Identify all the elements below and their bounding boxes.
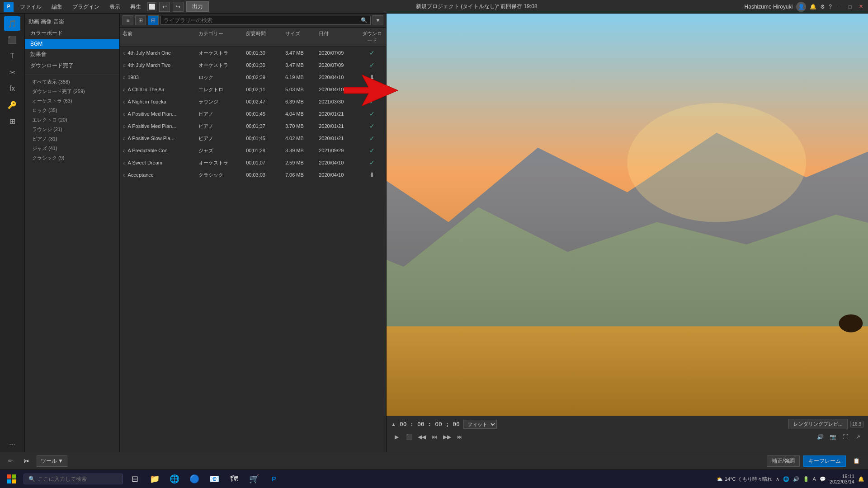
grid-view-btn[interactable]: ⊞: [135, 15, 146, 25]
search-input[interactable]: [164, 17, 361, 23]
sidebar-key-icon[interactable]: 🔑: [4, 98, 20, 112]
taskbar-powerdirector[interactable]: P: [266, 471, 282, 487]
file-download-status[interactable]: ⬇: [358, 170, 386, 179]
filter-downloaded[interactable]: ダウンロード完了 (259): [25, 87, 119, 96]
file-download-status[interactable]: ✓: [358, 61, 386, 70]
sidebar-grid-icon[interactable]: ⊞: [4, 114, 20, 128]
sidebar-text-icon[interactable]: T: [4, 49, 20, 63]
menu-play[interactable]: 再生: [127, 0, 145, 14]
screenshot-btn[interactable]: 📷: [827, 432, 838, 442]
taskbar-search-input[interactable]: [38, 476, 101, 482]
file-download-status[interactable]: ✓: [358, 122, 386, 131]
taskbar-file-explorer[interactable]: 📁: [146, 471, 163, 487]
table-row[interactable]: ♫ 4th July March Two オーケストラ 00;01;30 3.4…: [120, 59, 386, 71]
category-colorboard[interactable]: カラーボード: [25, 28, 119, 39]
output-button[interactable]: 出力: [186, 1, 209, 12]
notification-icon[interactable]: 🔔: [810, 4, 816, 10]
next-frame-btn[interactable]: ▶▶: [442, 432, 453, 442]
table-row[interactable]: ♫ 4th July March One オーケストラ 00;01;30 3.4…: [120, 47, 386, 59]
play-btn[interactable]: ▶: [391, 432, 402, 442]
file-download-status[interactable]: ✓: [358, 146, 386, 155]
stop-btn[interactable]: ⬛: [404, 432, 415, 442]
taskbar-store[interactable]: 🛒: [246, 471, 262, 487]
category-downloaded[interactable]: ダウンロード完了: [25, 60, 119, 71]
minimize-btn[interactable]: −: [835, 3, 843, 10]
filter-lounge[interactable]: ラウンジ (21): [25, 125, 119, 134]
settings-icon[interactable]: ⚙: [820, 4, 825, 10]
sidebar-room-icon[interactable]: ⬛: [4, 33, 20, 47]
capture-btn[interactable]: ⬜: [147, 2, 156, 11]
sidebar-fx-icon[interactable]: fx: [4, 81, 20, 96]
maximize-btn[interactable]: □: [846, 3, 854, 10]
start-button[interactable]: [4, 471, 20, 487]
account-icon[interactable]: 👤: [796, 2, 806, 12]
battery-icon[interactable]: 🔋: [803, 476, 809, 482]
next-key-btn[interactable]: ⏭: [454, 432, 465, 442]
export-btn[interactable]: ↗: [853, 432, 863, 442]
taskbar-task-view[interactable]: ⊟: [127, 471, 143, 487]
table-row[interactable]: ♫ A Positive Slow Pia... ピアノ 00;01;45 4.…: [120, 132, 386, 145]
notification-area-icon[interactable]: 💬: [820, 476, 826, 482]
file-download-status[interactable]: ✓: [358, 158, 386, 167]
filter-classic[interactable]: クラシック (9): [25, 153, 119, 163]
download-icon[interactable]: ⬇: [369, 171, 375, 178]
system-tray[interactable]: ∧: [776, 476, 779, 482]
scissors-tool-btn[interactable]: ✂: [20, 455, 33, 467]
prev-frame-btn[interactable]: ◀◀: [416, 432, 427, 442]
scroll-down-btn[interactable]: ▼: [373, 15, 383, 25]
filter-rock[interactable]: ロック (35): [25, 106, 119, 115]
file-download-status[interactable]: ✓: [358, 134, 386, 143]
download-icon[interactable]: ⬇: [369, 86, 375, 93]
category-bgm[interactable]: BGM: [25, 39, 119, 49]
prev-key-btn[interactable]: ⏮: [429, 432, 440, 442]
pen-tool-btn[interactable]: ✏: [5, 456, 16, 466]
network-icon[interactable]: 🌐: [783, 476, 789, 482]
fit-select[interactable]: フィット: [463, 420, 497, 429]
volume-btn[interactable]: 🔊: [815, 432, 826, 442]
menu-file[interactable]: ファイル: [16, 0, 45, 14]
render-preview-btn[interactable]: レンダリングプレビ...: [788, 419, 847, 429]
file-download-status[interactable]: ⬇: [358, 85, 386, 94]
file-download-status[interactable]: ✓: [358, 109, 386, 118]
category-sfx[interactable]: 効果音: [25, 49, 119, 60]
undo-btn[interactable]: ↩: [159, 2, 170, 12]
correct-btn[interactable]: 補正/強調: [767, 455, 800, 467]
download-icon[interactable]: ⬇: [369, 74, 375, 81]
table-row[interactable]: ♫ A Positive Med Pian... ピアノ 00;01;45 4.…: [120, 108, 386, 120]
filter-piano[interactable]: ピアノ (31): [25, 134, 119, 144]
table-row[interactable]: ♫ 1983 ロック 00;02;39 6.19 MB 2020/04/10 ⬇: [120, 71, 386, 84]
sidebar-media-icon[interactable]: 🎵: [4, 16, 20, 31]
detail-view-btn[interactable]: ⊟: [148, 15, 159, 25]
tool-dropdown[interactable]: ツール ▼: [37, 455, 67, 467]
table-row[interactable]: ♫ Acceptance クラシック 00;03;03 7.06 MB 2020…: [120, 169, 386, 181]
taskbar-maps[interactable]: 🗺: [226, 471, 242, 487]
table-row[interactable]: ♫ A Positive Med Pian... ピアノ 00;01;37 3.…: [120, 120, 386, 132]
help-icon[interactable]: ?: [829, 4, 832, 10]
taskbar-chrome[interactable]: 🔵: [186, 471, 203, 487]
menu-view[interactable]: 表示: [106, 0, 124, 14]
table-row[interactable]: ♫ A Chill In The Air エレクトロ 00;02;11 5.03…: [120, 84, 386, 96]
list-view-btn[interactable]: ≡: [123, 15, 133, 25]
table-row[interactable]: ♫ A Sweet Dream オーケストラ 00;01;07 2.59 MB …: [120, 157, 386, 169]
redo-btn[interactable]: ↪: [173, 2, 184, 12]
fullscreen-btn[interactable]: ⛶: [840, 432, 851, 442]
keyframe-btn[interactable]: キーフレーム: [803, 455, 846, 467]
sidebar-more-icon[interactable]: ···: [4, 437, 20, 452]
filter-all[interactable]: すべて表示 (358): [25, 77, 119, 87]
ime-icon[interactable]: A: [813, 476, 816, 482]
file-download-status[interactable]: ✓: [358, 48, 386, 57]
menu-edit[interactable]: 編集: [48, 0, 66, 14]
menu-plugin[interactable]: プラグイン: [69, 0, 103, 14]
table-row[interactable]: ♫ A Predictable Con ジャズ 00;01;28 3.39 MB…: [120, 145, 386, 157]
category-media[interactable]: 動画·画像·音楽: [25, 16, 119, 28]
sidebar-edit-icon[interactable]: ✂: [4, 65, 20, 80]
notification-btn[interactable]: 🔔: [858, 476, 864, 482]
file-download-status[interactable]: ⬇: [358, 73, 386, 82]
filter-jazz[interactable]: ジャズ (41): [25, 144, 119, 153]
taskbar-mail[interactable]: 📧: [206, 471, 222, 487]
filter-electro[interactable]: エレクトロ (20): [25, 115, 119, 125]
taskbar-edge[interactable]: 🌐: [166, 471, 183, 487]
file-download-status[interactable]: ✓: [358, 97, 386, 106]
close-btn[interactable]: ✕: [857, 3, 864, 10]
search-icon[interactable]: 🔍: [361, 17, 368, 23]
